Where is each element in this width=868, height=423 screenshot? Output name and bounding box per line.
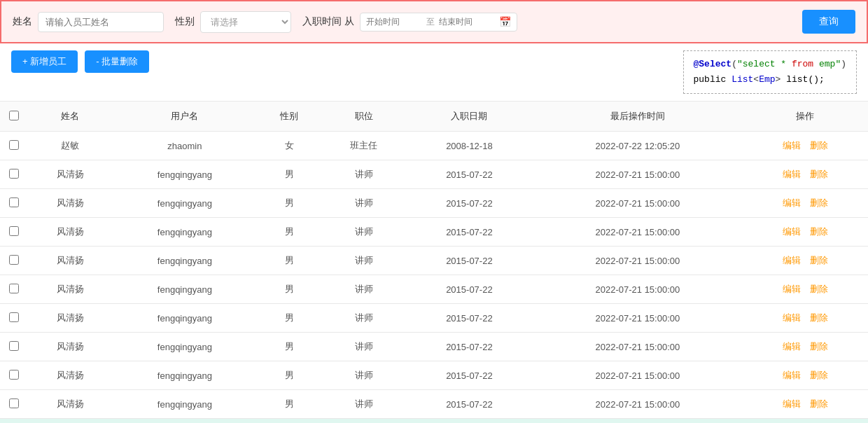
delete-button-4[interactable]: 删除 — [810, 255, 828, 265]
row-actions: 编辑 删除 — [743, 160, 868, 189]
delete-button-3[interactable]: 删除 — [810, 226, 828, 237]
row-actions: 编辑 删除 — [743, 333, 868, 361]
row-position: 讲师 — [321, 218, 406, 247]
row-gender: 男 — [257, 333, 321, 361]
row-hire-date: 2015-07-22 — [406, 390, 533, 419]
row-last-op: 2022-07-21 15:00:00 — [533, 160, 743, 189]
date-range: 至 📅 — [360, 13, 517, 32]
header-username: 用户名 — [113, 102, 257, 132]
table-row: 风清扬 fengqingyang 男 讲师 2015-07-22 2022-07… — [0, 333, 868, 361]
row-checkbox-2[interactable] — [9, 197, 19, 207]
edit-button-2[interactable]: 编辑 — [783, 197, 801, 208]
name-input[interactable] — [38, 12, 164, 32]
row-gender: 男 — [257, 361, 321, 390]
table-row: 赵敏 zhaomin 女 班主任 2008-12-18 2022-07-22 1… — [0, 132, 868, 160]
date-label: 入职时间 从 — [302, 15, 354, 28]
delete-button-6[interactable]: 删除 — [810, 312, 828, 323]
edit-button-3[interactable]: 编辑 — [783, 226, 801, 237]
delete-button-8[interactable]: 删除 — [810, 370, 828, 380]
row-last-op: 2022-07-21 15:00:00 — [533, 275, 743, 304]
row-checkbox-cell — [0, 160, 28, 189]
calendar-icon[interactable]: 📅 — [499, 16, 511, 27]
search-bar: 姓名 性别 请选择 男 女 入职时间 从 至 📅 查询 — [0, 0, 868, 43]
table-row: 风清扬 fengqingyang 男 讲师 2015-07-22 2022-07… — [0, 189, 868, 218]
name-label: 姓名 — [13, 15, 32, 28]
gender-select[interactable]: 请选择 男 女 — [200, 11, 291, 33]
table-row: 风清扬 fengqingyang 男 讲师 2015-07-22 2022-07… — [0, 275, 868, 304]
row-checkbox-1[interactable] — [9, 169, 19, 179]
row-hire-date: 2015-07-22 — [406, 189, 533, 218]
row-username: fengqingyang — [113, 361, 257, 390]
row-checkbox-6[interactable] — [9, 312, 19, 322]
row-actions: 编辑 删除 — [743, 275, 868, 304]
header-hire-date: 入职日期 — [406, 102, 533, 132]
row-hire-date: 2015-07-22 — [406, 160, 533, 189]
row-checkbox-cell — [0, 390, 28, 419]
name-field: 姓名 — [13, 12, 164, 32]
edit-button-7[interactable]: 编辑 — [783, 341, 801, 352]
date-start-input[interactable] — [366, 17, 422, 27]
code-line-1: @Select("select * from emp") — [694, 57, 846, 72]
date-end-input[interactable] — [439, 17, 495, 27]
row-gender: 男 — [257, 160, 321, 189]
row-checkbox-8[interactable] — [9, 370, 19, 380]
row-last-op: 2022-07-21 15:00:00 — [533, 304, 743, 333]
employee-table: 姓名 用户名 性别 职位 入职日期 最后操作时间 操作 赵敏 zhaomin 女… — [0, 101, 868, 419]
row-hire-date: 2015-07-22 — [406, 304, 533, 333]
row-checkbox-4[interactable] — [9, 255, 19, 265]
gender-field: 性别 请选择 男 女 — [175, 11, 291, 33]
row-checkbox-0[interactable] — [9, 140, 19, 150]
row-username: fengqingyang — [113, 247, 257, 275]
row-checkbox-7[interactable] — [9, 341, 19, 351]
row-position: 讲师 — [321, 333, 406, 361]
row-checkbox-cell — [0, 218, 28, 247]
edit-button-9[interactable]: 编辑 — [783, 398, 801, 409]
edit-button-8[interactable]: 编辑 — [783, 370, 801, 380]
table-row: 风清扬 fengqingyang 男 讲师 2015-07-22 2022-07… — [0, 247, 868, 275]
edit-button-0[interactable]: 编辑 — [783, 140, 801, 151]
edit-button-1[interactable]: 编辑 — [783, 169, 801, 179]
row-actions: 编辑 删除 — [743, 132, 868, 160]
select-all-checkbox[interactable] — [9, 111, 19, 120]
table-row: 风清扬 fengqingyang 男 讲师 2015-07-22 2022-07… — [0, 304, 868, 333]
row-actions: 编辑 删除 — [743, 304, 868, 333]
row-name: 风清扬 — [28, 218, 113, 247]
delete-button-0[interactable]: 删除 — [810, 140, 828, 151]
row-name: 风清扬 — [28, 247, 113, 275]
page-wrapper: 姓名 性别 请选择 男 女 入职时间 从 至 📅 查询 + 新增员工 - 批 — [0, 0, 868, 423]
table-header-row: 姓名 用户名 性别 职位 入职日期 最后操作时间 操作 — [0, 102, 868, 132]
row-checkbox-cell — [0, 247, 28, 275]
batch-delete-button[interactable]: - 批量删除 — [85, 50, 149, 73]
row-last-op: 2022-07-21 15:00:00 — [533, 218, 743, 247]
delete-button-5[interactable]: 删除 — [810, 284, 828, 294]
row-position: 讲师 — [321, 361, 406, 390]
row-last-op: 2022-07-21 15:00:00 — [533, 247, 743, 275]
row-checkbox-cell — [0, 132, 28, 160]
query-button[interactable]: 查询 — [802, 10, 855, 34]
row-hire-date: 2015-07-22 — [406, 361, 533, 390]
pagination-bar: 每页展示记录数 10 20 50 共500条数据 < 1 2 3 4 5 ...… — [0, 419, 868, 423]
edit-button-6[interactable]: 编辑 — [783, 312, 801, 323]
row-hire-date: 2015-07-22 — [406, 247, 533, 275]
row-actions: 编辑 删除 — [743, 361, 868, 390]
row-username: fengqingyang — [113, 160, 257, 189]
row-checkbox-3[interactable] — [9, 226, 19, 236]
delete-button-1[interactable]: 删除 — [810, 169, 828, 179]
delete-button-7[interactable]: 删除 — [810, 341, 828, 352]
edit-button-4[interactable]: 编辑 — [783, 255, 801, 265]
row-checkbox-9[interactable] — [9, 398, 19, 408]
table-row: 风清扬 fengqingyang 男 讲师 2015-07-22 2022-07… — [0, 160, 868, 189]
row-hire-date: 2015-07-22 — [406, 275, 533, 304]
row-username: fengqingyang — [113, 218, 257, 247]
delete-button-2[interactable]: 删除 — [810, 197, 828, 208]
edit-button-5[interactable]: 编辑 — [783, 284, 801, 294]
add-employee-button[interactable]: + 新增员工 — [11, 50, 78, 73]
delete-button-9[interactable]: 删除 — [810, 398, 828, 409]
row-actions: 编辑 删除 — [743, 189, 868, 218]
row-username: fengqingyang — [113, 333, 257, 361]
header-checkbox-col — [0, 102, 28, 132]
row-position: 班主任 — [321, 132, 406, 160]
row-checkbox-5[interactable] — [9, 284, 19, 293]
row-gender: 男 — [257, 189, 321, 218]
row-last-op: 2022-07-21 15:00:00 — [533, 361, 743, 390]
